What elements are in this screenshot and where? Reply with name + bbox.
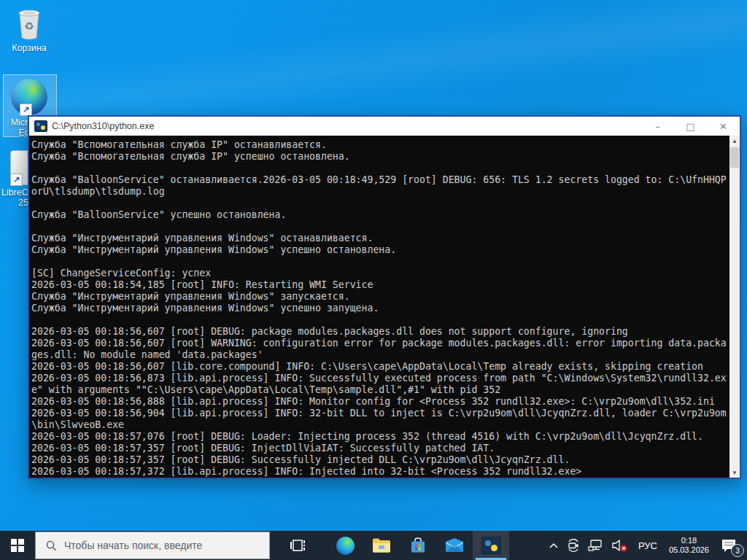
taskbar-mail-button[interactable] (436, 531, 473, 560)
taskbar-search-input[interactable]: Чтобы начать поиск, введите (35, 532, 270, 559)
tray-date: 05.03.2026 (669, 545, 709, 555)
console-line: 2026-03-05 00:18:54,185 [root] INFO: Res… (31, 279, 729, 291)
network-ethernet-icon (588, 539, 604, 552)
console-line (31, 198, 729, 209)
window-title: C:\Python310\python.exe (52, 121, 641, 131)
edge-icon (336, 537, 355, 555)
shortcut-arrow-icon: ↗ (20, 104, 32, 116)
console-line: 2026-03-05 00:18:56,607 [lib.core.compou… (31, 361, 729, 373)
maximize-button[interactable]: □ (674, 117, 707, 136)
console-line: 2026-03-05 00:18:57,372 [lib.api.process… (31, 466, 729, 478)
task-view-button[interactable] (280, 531, 317, 560)
file-explorer-icon (372, 537, 391, 553)
tray-meet-now-button[interactable] (562, 531, 584, 560)
console-line: 2026-03-05 00:18:56,607 [root] DEBUG: pa… (31, 326, 729, 338)
mail-icon (445, 537, 464, 553)
taskbar: Чтобы начать поиск, введите (0, 531, 747, 560)
minimize-button[interactable]: – (641, 117, 674, 136)
python-console-icon (481, 537, 501, 554)
tray-time: 0:18 (669, 536, 709, 545)
scroll-down-icon[interactable]: ▼ (729, 467, 740, 478)
taskbar-edge-button[interactable] (327, 531, 363, 560)
scrollbar-thumb[interactable] (730, 147, 739, 168)
tray-clock[interactable]: 0:18 05.03.2026 (663, 536, 715, 555)
start-button[interactable] (0, 531, 35, 560)
close-button[interactable]: ✕ (707, 117, 740, 136)
console-line (31, 256, 729, 268)
camera-meet-now-icon (566, 539, 581, 552)
console-line: 2026-03-05 00:18:56,607 [root] WARNING: … (31, 338, 729, 349)
scroll-up-icon[interactable]: ▲ (729, 136, 740, 146)
console-line: 2026-03-05 00:18:56,888 [lib.api.process… (31, 396, 729, 408)
search-icon (46, 540, 57, 551)
taskbar-store-button[interactable] (400, 531, 436, 560)
console-line: [SC] ChangeServiceConfig: успех (31, 268, 729, 279)
notification-badge: 3 (731, 544, 744, 557)
console-line: 2026-03-05 00:18:56,873 [lib.api.process… (31, 373, 729, 384)
console-line: e" with arguments ""C:\Users\cape\AppDat… (31, 384, 729, 396)
console-line: Служба "Вспомогательная служба IP" успеш… (31, 151, 729, 163)
python-console-icon (34, 120, 47, 132)
console-line: ges.dll: No module named 'data.packages' (31, 349, 729, 361)
recycle-bin-label: Корзина (1, 43, 57, 53)
svg-text:♻: ♻ (24, 20, 34, 33)
window-titlebar[interactable]: C:\Python310\python.exe – □ ✕ (29, 117, 740, 136)
console-line: orU\tlsdump\tlsdump.log (31, 186, 729, 198)
console-line (31, 221, 729, 233)
shortcut-arrow-icon: ↗ (10, 174, 23, 186)
console-line: Служба "Инструментарий управления Window… (31, 291, 729, 303)
microsoft-store-icon (409, 537, 427, 554)
console-line: Служба "BalloonService" успешно остановл… (31, 209, 729, 221)
console-line: Служба "Вспомогательная служба IP" остан… (31, 139, 729, 151)
desktop-icon-recycle-bin[interactable]: ♻ Корзина (1, 6, 57, 53)
tray-language-indicator[interactable]: РУС (632, 540, 663, 551)
action-center-button[interactable]: 3 (715, 531, 747, 560)
recycle-bin-icon: ♻ (12, 6, 46, 41)
tray-network-button[interactable] (584, 531, 608, 560)
console-line: 2026-03-05 00:18:57,357 [root] DEBUG: Su… (31, 454, 729, 466)
console-line: 2026-03-05 00:18:56,904 [lib.api.process… (31, 408, 729, 419)
console-line: 2026-03-05 00:18:57,357 [root] DEBUG: In… (31, 443, 729, 454)
task-view-icon (290, 538, 306, 553)
tray-volume-button[interactable] (608, 531, 632, 560)
console-line: 2026-03-05 00:18:57,076 [root] DEBUG: Lo… (31, 431, 729, 443)
console-window: C:\Python310\python.exe – □ ✕ Служба "Вс… (28, 115, 741, 479)
speaker-muted-icon (611, 538, 629, 553)
chevron-up-icon (549, 542, 559, 549)
console-line (31, 314, 729, 326)
console-line: Служба "Инструментарий управления Window… (31, 233, 729, 244)
taskbar-python-console-button[interactable] (473, 531, 509, 560)
console-line: Служба "Инструментарий управления Window… (31, 244, 729, 256)
console-output: Служба "Вспомогательная служба IP" остан… (29, 136, 729, 478)
windows-logo-icon (11, 539, 24, 552)
tray-show-hidden-icons-button[interactable] (545, 531, 562, 560)
console-line: Служба "Инструментарий управления Window… (31, 303, 729, 314)
search-placeholder: Чтобы начать поиск, введите (64, 540, 202, 551)
taskbar-file-explorer-button[interactable] (363, 531, 400, 560)
console-line: \bin\SlwveoB.exe (31, 419, 729, 431)
console-line (31, 163, 729, 174)
console-line: Служба "BalloonService" останавливается.… (31, 174, 729, 186)
scrollbar[interactable]: ▲ ▼ (729, 136, 740, 478)
